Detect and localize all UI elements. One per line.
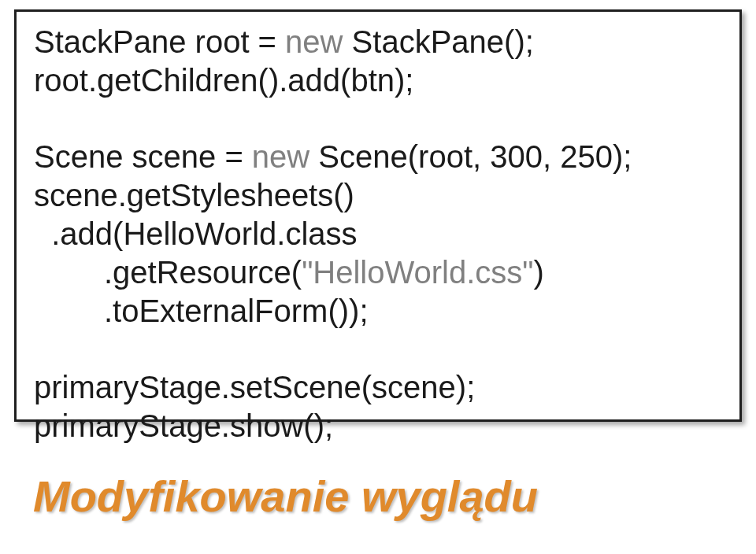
code-line-9: primaryStage.show(); [34, 408, 333, 443]
code-line-6a: .getResource( [34, 255, 302, 290]
code-line-3a: Scene scene = [34, 139, 252, 174]
code-line-5: .add(HelloWorld.class [34, 216, 358, 251]
code-line-4: scene.getStylesheets() [34, 178, 354, 212]
code-line-7: .toExternalForm()); [34, 294, 369, 328]
code-keyword-new-1: new [285, 24, 343, 59]
code-block: StackPane root = new StackPane(); root.g… [34, 23, 722, 445]
slide-heading: Modyfikowanie wyglądu [33, 471, 538, 522]
code-line-1a: StackPane root = [34, 24, 285, 59]
code-line-1c: StackPane(); [343, 24, 533, 59]
code-line-3c: Scene(root, 300, 250); [309, 139, 632, 174]
code-line-6c: ) [534, 255, 544, 290]
code-line-8: primaryStage.setScene(scene); [34, 370, 475, 404]
code-block-container: StackPane root = new StackPane(); root.g… [14, 9, 742, 422]
code-keyword-new-2: new [252, 139, 309, 174]
code-string-literal: "HelloWorld.css" [302, 255, 533, 290]
code-line-2: root.getChildren().add(btn); [34, 63, 413, 98]
